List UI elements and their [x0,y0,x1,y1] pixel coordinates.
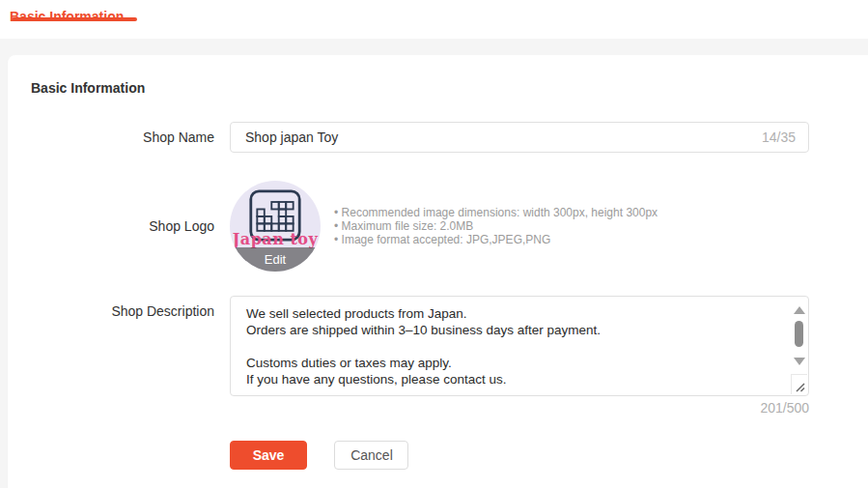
action-buttons-row: Save Cancel [8,441,868,470]
scroll-down-icon[interactable] [794,358,805,365]
shop-name-counter: 14/35 [762,129,796,145]
save-button[interactable]: Save [230,441,307,470]
logo-hint-filesize: Maximum file size: 2.0MB [334,219,658,233]
description-scrollbar[interactable] [792,299,806,372]
logo-hint-dimensions: Recommended image dimensions: width 300p… [334,206,658,219]
shop-logo-label: Shop Logo [8,218,214,234]
shop-name-input-wrap: 14/35 [230,122,809,153]
shop-logo-row: Shop Logo Japan toy Edit Recommended ima… [8,181,868,272]
shop-name-row: Shop Name 14/35 [8,122,868,153]
edit-logo-button[interactable]: Edit [230,247,321,272]
tab-label: Basic Information [10,9,124,24]
shop-description-content: We sell selected products from Japan. Or… [230,296,809,416]
cancel-button[interactable]: Cancel [334,441,408,470]
basic-information-card: Basic Information Shop Name 14/35 Shop L… [8,55,868,488]
shop-description-label: Shop Description [8,296,214,416]
page-background-gap [0,39,868,55]
shop-description-text[interactable]: We sell selected products from Japan. Or… [232,298,781,394]
shop-logo-avatar[interactable]: Japan toy Edit [230,181,321,272]
logo-hints-list: Recommended image dimensions: width 300p… [334,206,658,246]
shop-name-label: Shop Name [8,129,214,145]
tab-basic-information[interactable]: Basic Information [10,0,124,24]
shop-description-counter: 201/500 [230,400,809,416]
resize-grip-icon [794,381,805,392]
tab-active-underline [12,17,137,21]
buttons-group: Save Cancel [230,441,408,470]
section-title: Basic Information [31,80,868,96]
shop-description-row: Shop Description We sell selected produc… [8,296,868,416]
scrollbar-thumb[interactable] [795,321,803,347]
resize-grip[interactable] [791,374,807,394]
logo-hint-format: Image format accepted: JPG,JPEG,PNG [334,233,658,246]
shop-description-textarea[interactable]: We sell selected products from Japan. Or… [230,296,809,396]
shop-name-input[interactable] [230,122,809,153]
tab-bar: Basic Information [0,0,868,39]
scroll-up-icon[interactable] [794,306,805,314]
shop-logo-image-text: Japan toy [230,230,321,248]
